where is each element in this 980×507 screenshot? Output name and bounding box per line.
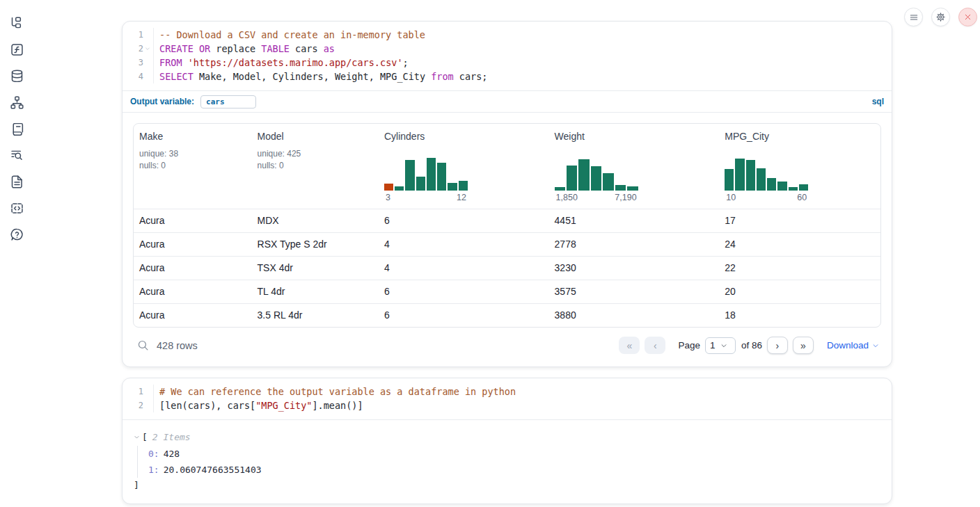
code-text: FROM 'https://datasets.marimo.app/cars.c… xyxy=(153,56,409,70)
code-line: 1 # We can reference the output variable… xyxy=(122,385,892,399)
code-text: [len(cars), cars["MPG_City"].mean()] xyxy=(153,399,363,412)
page-label: Page xyxy=(678,340,700,351)
cell-mpg-city: 17 xyxy=(719,209,880,232)
histogram-axis: 312 xyxy=(384,193,468,202)
dependency-graph-icon[interactable] xyxy=(8,94,25,111)
histogram-bar xyxy=(405,160,414,191)
cell-cylinders: 6 xyxy=(379,280,549,303)
line-number: 1 xyxy=(122,387,143,396)
code-line: 3 FROM 'https://datasets.marimo.app/cars… xyxy=(122,56,892,70)
topbar-controls xyxy=(904,8,977,26)
close-icon[interactable] xyxy=(958,8,977,26)
output-variable-input[interactable] xyxy=(200,95,256,108)
cell-cylinders: 6 xyxy=(379,209,549,232)
fold-chevron-icon[interactable] xyxy=(143,46,152,51)
histogram-bar xyxy=(757,168,766,191)
cell-cylinders: 4 xyxy=(379,257,549,280)
logs-search-icon[interactable] xyxy=(8,147,25,163)
table-row: Acura MDX 6 4451 17 xyxy=(134,209,880,232)
row-count: 428 rows xyxy=(157,340,198,351)
documentation-file-icon[interactable] xyxy=(8,173,25,190)
pagination: « ‹ Page 1 of 86 › » Download xyxy=(619,337,879,354)
sql-cell: 1 -- Download a CSV and create an in-mem… xyxy=(122,21,892,367)
code-text: SELECT Make, Model, Cylinders, Weight, M… xyxy=(153,70,487,83)
code-line: 2 [len(cars), cars["MPG_City"].mean()] xyxy=(122,399,892,412)
histogram-bar xyxy=(767,178,776,191)
cell-make: Acura xyxy=(134,280,252,303)
sql-output-area: Make unique: 38nulls: 0 Model unique: 42… xyxy=(122,112,892,367)
database-icon[interactable] xyxy=(8,67,25,84)
cell-model: RSX Type S 2dr xyxy=(252,233,379,256)
line-number: 3 xyxy=(122,58,143,67)
column-header-mpg-city[interactable]: MPG_City 1060 xyxy=(719,124,880,209)
column-stats: unique: 38nulls: 0 xyxy=(139,148,246,172)
histogram-bar xyxy=(603,173,613,191)
column-header-cylinders[interactable]: Cylinders 312 xyxy=(379,124,549,209)
page-value: 1 xyxy=(710,340,716,351)
cell-cylinders: 4 xyxy=(379,233,549,256)
column-header-model[interactable]: Model unique: 425nulls: 0 xyxy=(252,124,379,209)
cell-make: Acura xyxy=(134,209,252,232)
line-number: 1 xyxy=(122,30,143,40)
histogram-bar xyxy=(777,182,787,191)
cell-mpg-city: 20 xyxy=(719,280,880,303)
histogram-bar xyxy=(725,169,734,191)
item-index: 0: xyxy=(148,449,159,459)
histogram-bar xyxy=(437,163,446,191)
column-title: Model xyxy=(258,131,373,142)
prev-page-button[interactable]: ‹ xyxy=(645,337,665,354)
item-value: 20.060747663551403 xyxy=(164,465,262,475)
first-page-button[interactable]: « xyxy=(619,337,640,354)
histogram-bar xyxy=(591,166,601,191)
chevron-down-icon xyxy=(720,342,727,349)
python-cell: 1 # We can reference the output variable… xyxy=(122,378,892,504)
page-total: of 86 xyxy=(741,340,762,351)
page-select[interactable]: 1 xyxy=(705,337,736,354)
collapse-chevron-icon[interactable] xyxy=(134,434,140,440)
code-text: -- Download a CSV and create an in-memor… xyxy=(153,28,425,42)
tree-root: [ 2 Items xyxy=(134,432,880,442)
histogram-bar xyxy=(578,159,589,191)
column-title: Make xyxy=(139,131,246,142)
file-tree-icon[interactable] xyxy=(8,15,25,31)
scratchpad-scroll-icon[interactable] xyxy=(8,120,25,137)
histogram-bar xyxy=(427,158,436,191)
item-index: 1: xyxy=(148,465,159,475)
sql-cell-footer: Output variable: sql xyxy=(122,90,892,112)
histogram-bar xyxy=(416,177,425,191)
gear-icon[interactable] xyxy=(931,8,950,26)
cell-mpg-city: 22 xyxy=(719,257,880,280)
notebook-main: 1 -- Download a CSV and create an in-mem… xyxy=(122,21,892,504)
cell-model: TSX 4dr xyxy=(252,257,379,280)
histogram-bar xyxy=(459,181,468,191)
python-output-area: [ 2 Items 0:428 1:20.060747663551403 ] xyxy=(122,419,892,504)
python-code-editor[interactable]: 1 # We can reference the output variable… xyxy=(122,378,892,419)
next-page-button[interactable]: › xyxy=(767,337,788,354)
function-square-icon[interactable] xyxy=(8,41,25,58)
cell-weight: 2778 xyxy=(549,233,720,256)
histogram-bar xyxy=(735,159,744,191)
table-row: Acura RSX Type S 2dr 4 2778 24 xyxy=(134,232,880,256)
snippets-code-icon[interactable] xyxy=(8,200,25,216)
histogram-bar xyxy=(627,186,638,191)
table-footer: 428 rows « ‹ Page 1 of 86 › » Download xyxy=(133,337,881,355)
list-item: 1:20.060747663551403 xyxy=(148,462,880,478)
last-page-button[interactable]: » xyxy=(793,337,814,354)
hamburger-menu-icon[interactable] xyxy=(904,8,923,26)
histogram-axis: 1060 xyxy=(725,193,808,202)
download-button[interactable]: Download xyxy=(827,340,879,351)
column-header-weight[interactable]: Weight 1,8507,190 xyxy=(549,124,720,209)
cell-weight: 3230 xyxy=(549,257,720,280)
code-line: 4 SELECT Make, Model, Cylinders, Weight,… xyxy=(122,70,892,83)
column-header-make[interactable]: Make unique: 38nulls: 0 xyxy=(134,124,252,209)
cell-weight: 3880 xyxy=(549,304,720,327)
histogram-bar xyxy=(555,187,565,191)
column-stats: unique: 425nulls: 0 xyxy=(258,148,373,172)
help-bubble-icon[interactable] xyxy=(8,226,25,243)
search-icon[interactable] xyxy=(137,339,149,351)
cylinders-histogram: 312 xyxy=(384,156,468,202)
output-variable-label: Output variable: xyxy=(130,97,194,106)
table-row: Acura 3.5 RL 4dr 6 3880 18 xyxy=(134,303,880,327)
sidebar xyxy=(0,0,33,507)
sql-code-editor[interactable]: 1 -- Download a CSV and create an in-mem… xyxy=(122,22,892,90)
